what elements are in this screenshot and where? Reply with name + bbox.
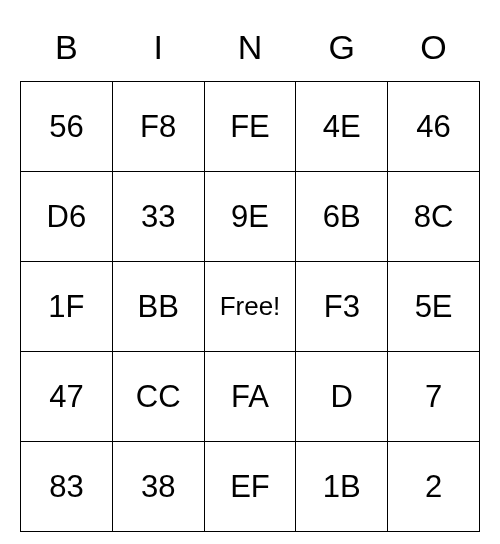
header-b: B	[21, 18, 113, 82]
bingo-card: B I N G O 56 F8 FE 4E 46 D6 33 9E 6B 8C …	[20, 18, 480, 532]
bingo-cell[interactable]: D6	[21, 172, 113, 262]
header-i: I	[112, 18, 204, 82]
bingo-free-cell[interactable]: Free!	[204, 262, 296, 352]
bingo-cell[interactable]: 9E	[204, 172, 296, 262]
bingo-cell[interactable]: 38	[112, 442, 204, 532]
bingo-cell[interactable]: 83	[21, 442, 113, 532]
bingo-cell[interactable]: FE	[204, 82, 296, 172]
bingo-cell[interactable]: CC	[112, 352, 204, 442]
bingo-cell[interactable]: FA	[204, 352, 296, 442]
bingo-row: 83 38 EF 1B 2	[21, 442, 480, 532]
header-n: N	[204, 18, 296, 82]
bingo-cell[interactable]: 5E	[388, 262, 480, 352]
bingo-cell[interactable]: 33	[112, 172, 204, 262]
header-o: O	[388, 18, 480, 82]
bingo-row: 1F BB Free! F3 5E	[21, 262, 480, 352]
bingo-row: 56 F8 FE 4E 46	[21, 82, 480, 172]
bingo-cell[interactable]: D	[296, 352, 388, 442]
bingo-cell[interactable]: EF	[204, 442, 296, 532]
bingo-cell[interactable]: 8C	[388, 172, 480, 262]
header-g: G	[296, 18, 388, 82]
bingo-cell[interactable]: 1B	[296, 442, 388, 532]
bingo-cell[interactable]: 56	[21, 82, 113, 172]
bingo-cell[interactable]: 2	[388, 442, 480, 532]
bingo-cell[interactable]: 46	[388, 82, 480, 172]
bingo-row: 47 CC FA D 7	[21, 352, 480, 442]
bingo-cell[interactable]: 1F	[21, 262, 113, 352]
bingo-cell[interactable]: F3	[296, 262, 388, 352]
bingo-cell[interactable]: 47	[21, 352, 113, 442]
bingo-cell[interactable]: F8	[112, 82, 204, 172]
bingo-cell[interactable]: 6B	[296, 172, 388, 262]
bingo-cell[interactable]: 7	[388, 352, 480, 442]
bingo-cell[interactable]: BB	[112, 262, 204, 352]
bingo-cell[interactable]: 4E	[296, 82, 388, 172]
bingo-row: D6 33 9E 6B 8C	[21, 172, 480, 262]
bingo-header-row: B I N G O	[21, 18, 480, 82]
